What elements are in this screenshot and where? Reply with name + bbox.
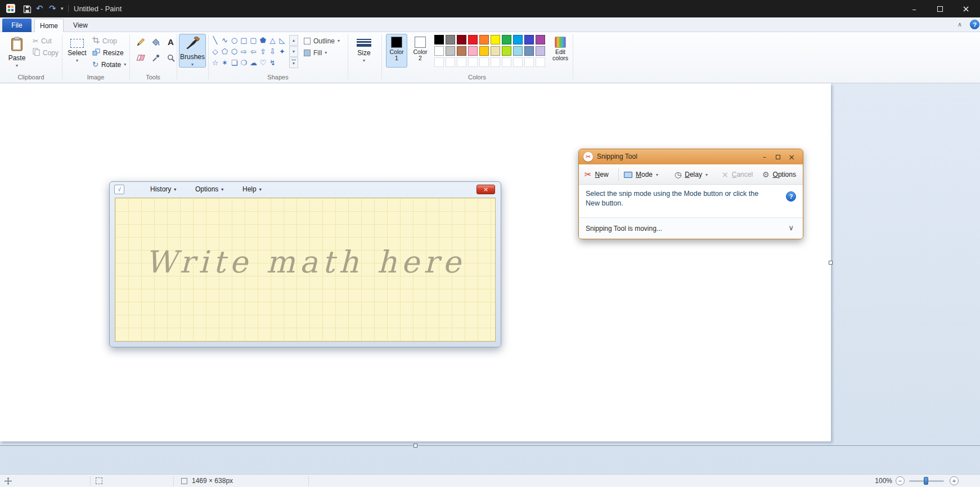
- palette-swatch[interactable]: [524, 46, 534, 56]
- palette-empty-slot[interactable]: [536, 57, 545, 67]
- shape-arrow-up[interactable]: ⇧: [258, 46, 268, 57]
- canvas-resize-handle-right[interactable]: [829, 261, 833, 265]
- palette-swatch[interactable]: [524, 35, 534, 44]
- palette-empty-slot[interactable]: [502, 57, 511, 67]
- shape-rectangle[interactable]: □: [239, 35, 249, 46]
- palette-swatch[interactable]: [446, 35, 455, 44]
- palette-empty-slot[interactable]: [457, 57, 466, 67]
- shape-arrow-right[interactable]: ⇨: [239, 46, 249, 57]
- zoom-in-button[interactable]: +: [950, 476, 959, 485]
- color-picker-tool-button[interactable]: [149, 51, 162, 64]
- pencil-tool-button[interactable]: [134, 35, 147, 48]
- palette-swatch[interactable]: [502, 46, 511, 56]
- palette-swatch[interactable]: [434, 46, 444, 56]
- help-menu[interactable]: Help ▾: [242, 185, 262, 193]
- palette-swatch[interactable]: [479, 46, 489, 56]
- shape-right-triangle[interactable]: ◺: [277, 35, 287, 46]
- palette-empty-slot[interactable]: [524, 57, 534, 67]
- palette-swatch[interactable]: [479, 35, 489, 44]
- shape-heart[interactable]: ♡: [258, 57, 268, 68]
- palette-swatch[interactable]: [434, 35, 444, 44]
- save-button[interactable]: [23, 5, 32, 14]
- color1-button[interactable]: Color1: [386, 34, 407, 68]
- fill-tool-button[interactable]: [149, 35, 162, 48]
- shape-polygon[interactable]: ⬟: [258, 35, 268, 46]
- palette-swatch[interactable]: [536, 46, 545, 56]
- options-menu[interactable]: Options ▾: [195, 185, 223, 193]
- quick-access-customize-icon[interactable]: ▾: [61, 6, 64, 11]
- palette-swatch[interactable]: [491, 35, 500, 44]
- snip-new-button[interactable]: ✂ New: [585, 164, 609, 185]
- crop-button[interactable]: Crop: [92, 35, 117, 46]
- palette-swatch[interactable]: [457, 46, 466, 56]
- redo-icon[interactable]: ↷: [49, 3, 56, 14]
- close-button[interactable]: ×: [953, 0, 979, 17]
- tab-file[interactable]: File: [2, 19, 32, 32]
- text-tool-button[interactable]: A: [164, 35, 177, 48]
- copy-button[interactable]: Copy: [33, 47, 59, 58]
- snip-close-button[interactable]: ×: [786, 152, 797, 162]
- palette-swatch[interactable]: [468, 46, 478, 56]
- snip-help-button[interactable]: ?: [786, 191, 796, 202]
- snip-mode-button[interactable]: Mode ▾: [624, 164, 658, 185]
- shapes-scroll-down-button[interactable]: ▾: [289, 46, 298, 57]
- math-writing-area[interactable]: Write math here: [115, 198, 496, 342]
- palette-empty-slot[interactable]: [468, 57, 478, 67]
- shape-six-point-star[interactable]: ✶: [220, 57, 230, 68]
- shape-curve[interactable]: ∿: [220, 35, 230, 46]
- help-button[interactable]: ?: [970, 20, 979, 29]
- undo-icon[interactable]: ↶: [36, 3, 43, 14]
- shape-triangle[interactable]: △: [268, 35, 277, 46]
- shape-diamond[interactable]: ◇: [210, 46, 220, 57]
- shape-pentagon[interactable]: ⬠: [220, 46, 230, 57]
- snip-maximize-button[interactable]: [772, 152, 784, 162]
- shapes-scroll-up-button[interactable]: ▴: [289, 35, 298, 46]
- palette-swatch[interactable]: [491, 46, 500, 56]
- palette-swatch[interactable]: [468, 35, 478, 44]
- shape-five-point-star[interactable]: ☆: [210, 57, 220, 68]
- shape-hexagon[interactable]: ⬡: [230, 46, 239, 57]
- canvas-resize-handle-bottom[interactable]: [413, 444, 417, 448]
- shape-rounded-rectangle[interactable]: ▢: [249, 35, 258, 46]
- snip-options-button[interactable]: ⚙ Options: [762, 164, 796, 185]
- palette-swatch[interactable]: [513, 46, 523, 56]
- snip-expand-chevron-icon[interactable]: ∨: [788, 224, 794, 232]
- palette-swatch[interactable]: [502, 35, 511, 44]
- palette-empty-slot[interactable]: [434, 57, 444, 67]
- outline-button[interactable]: Outline ▾: [304, 35, 340, 46]
- cut-button[interactable]: ✂ Cut: [33, 35, 52, 46]
- resize-button[interactable]: Resize: [92, 47, 124, 58]
- zoom-slider-thumb[interactable]: [924, 477, 928, 485]
- snip-cancel-button[interactable]: × Cancel: [722, 164, 753, 185]
- shape-line[interactable]: ╲: [210, 35, 220, 46]
- edit-colors-button[interactable]: Editcolors: [550, 34, 570, 68]
- shape-arrow-down[interactable]: ⇩: [268, 46, 277, 57]
- fill-button[interactable]: Fill ▾: [304, 47, 327, 58]
- palette-swatch[interactable]: [446, 46, 455, 56]
- size-button[interactable]: Size ▾: [351, 34, 377, 68]
- rotate-button[interactable]: ↻ Rotate ▾: [92, 59, 126, 70]
- shape-arrow-left[interactable]: ⇦: [249, 46, 258, 57]
- snip-minimize-button[interactable]: –: [759, 152, 770, 162]
- select-button[interactable]: Select ▾: [65, 34, 89, 68]
- zoom-out-button[interactable]: −: [896, 476, 905, 485]
- palette-empty-slot[interactable]: [479, 57, 489, 67]
- shapes-more-button[interactable]: ▾: [289, 57, 298, 68]
- palette-swatch[interactable]: [457, 35, 466, 44]
- palette-swatch[interactable]: [513, 35, 523, 44]
- magnifier-tool-button[interactable]: [164, 51, 177, 64]
- eraser-tool-button[interactable]: [134, 51, 147, 64]
- palette-empty-slot[interactable]: [513, 57, 523, 67]
- palette-empty-slot[interactable]: [491, 57, 500, 67]
- collapse-ribbon-icon[interactable]: ∧: [957, 21, 962, 28]
- math-panel-close-button[interactable]: ×: [476, 185, 495, 194]
- maximize-button[interactable]: [927, 0, 953, 17]
- shape-oval-callout[interactable]: ❍: [239, 57, 249, 68]
- shape-four-point-star[interactable]: ✦: [277, 46, 287, 57]
- minimize-button[interactable]: –: [901, 0, 927, 17]
- color2-button[interactable]: Color2: [410, 34, 431, 68]
- paste-button[interactable]: Paste ▾: [5, 34, 29, 68]
- tab-view[interactable]: View: [66, 19, 95, 32]
- tab-home[interactable]: Home: [34, 19, 64, 33]
- snip-delay-button[interactable]: ◷ Delay ▾: [675, 164, 708, 185]
